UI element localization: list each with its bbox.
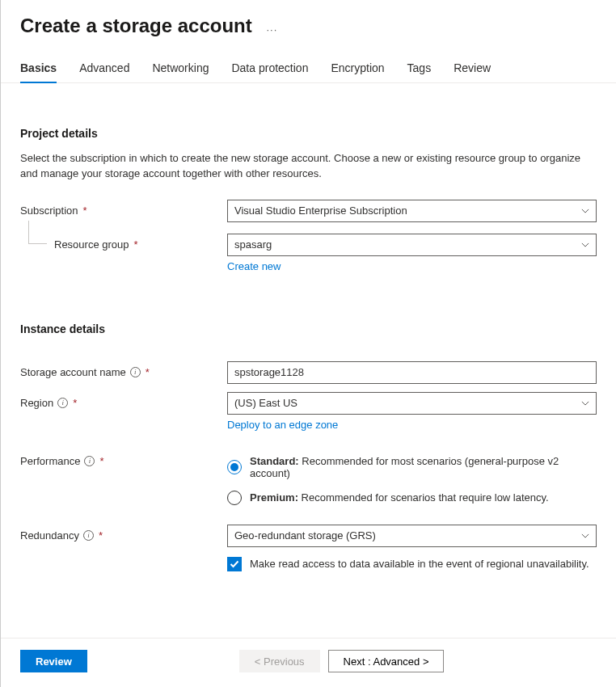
deploy-edge-zone-link[interactable]: Deploy to an edge zone	[227, 419, 338, 431]
performance-standard-radio[interactable]: Standard: Recommended for most scenarios…	[227, 455, 597, 479]
tab-networking[interactable]: Networking	[152, 61, 209, 82]
subscription-label: Subscription*	[20, 200, 227, 217]
redundancy-value: Geo-redundant storage (GRS)	[234, 529, 376, 542]
info-icon[interactable]: i	[130, 367, 141, 377]
next-button[interactable]: Next : Advanced >	[328, 650, 445, 672]
storage-account-name-input[interactable]: spstorage1128	[227, 361, 597, 384]
storage-account-name-label: Storage account name i *	[20, 361, 227, 378]
read-access-checkbox-label: Make read access to data available in th…	[250, 558, 589, 570]
instance-details-heading: Instance details	[20, 322, 597, 335]
chevron-down-icon	[581, 207, 589, 215]
previous-button: < Previous	[239, 650, 320, 672]
project-details-heading: Project details	[20, 127, 597, 140]
checkbox-checked-icon	[227, 557, 242, 571]
page-title: Create a storage account	[20, 15, 252, 37]
radio-selected-icon	[227, 460, 242, 474]
region-label: Region i *	[20, 392, 227, 409]
resource-group-select[interactable]: spasarg	[227, 234, 597, 256]
radio-unselected-icon	[227, 491, 242, 505]
info-icon[interactable]: i	[57, 398, 68, 408]
tab-basics[interactable]: Basics	[20, 61, 57, 82]
region-value: (US) East US	[234, 397, 297, 409]
performance-premium-radio[interactable]: Premium: Recommended for scenarios that …	[227, 491, 597, 505]
performance-standard-label: Standard: Recommended for most scenarios…	[250, 455, 597, 479]
chevron-down-icon	[581, 532, 589, 540]
redundancy-select[interactable]: Geo-redundant storage (GRS)	[227, 525, 597, 547]
chevron-down-icon	[581, 241, 589, 249]
storage-account-name-value: spstorage1128	[234, 366, 304, 378]
performance-label: Performance i *	[20, 450, 227, 467]
redundancy-label: Redundancy i *	[20, 525, 227, 542]
subscription-select[interactable]: Visual Studio Enterprise Subscription	[227, 200, 597, 222]
tab-advanced[interactable]: Advanced	[79, 61, 129, 82]
info-icon[interactable]: i	[84, 456, 95, 466]
read-access-checkbox[interactable]: Make read access to data available in th…	[227, 557, 597, 571]
create-new-resource-group-link[interactable]: Create new	[227, 260, 281, 272]
wizard-tabs: Basics Advanced Networking Data protecti…	[1, 61, 616, 83]
performance-premium-label: Premium: Recommended for scenarios that …	[250, 491, 549, 504]
info-icon[interactable]: i	[83, 530, 94, 541]
tab-encryption[interactable]: Encryption	[331, 61, 384, 82]
resource-group-value: spasarg	[234, 238, 272, 251]
region-select[interactable]: (US) East US	[227, 392, 597, 415]
tab-data-protection[interactable]: Data protection	[231, 61, 308, 82]
tab-review[interactable]: Review	[454, 61, 491, 82]
project-details-desc: Select the subscription in which to crea…	[20, 151, 597, 182]
more-actions-icon[interactable]: ···	[266, 23, 277, 36]
resource-group-label: Resource group*	[20, 234, 227, 251]
tab-tags[interactable]: Tags	[407, 61, 432, 82]
subscription-value: Visual Studio Enterprise Subscription	[234, 204, 407, 217]
chevron-down-icon	[581, 399, 589, 407]
review-button[interactable]: Review	[20, 650, 87, 672]
